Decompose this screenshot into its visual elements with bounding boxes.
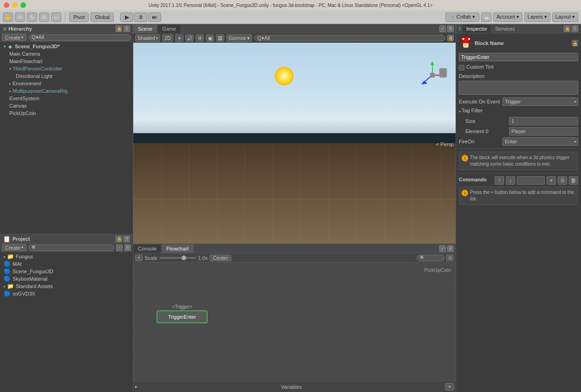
hierarchy-item-directional[interactable]: Directional Light [0, 72, 133, 80]
commands-down-button[interactable]: ↓ [506, 176, 515, 185]
inspector-tab[interactable]: Inspector [463, 25, 491, 33]
project-item-skybox[interactable]: 🔵 SkyboxMaterial [0, 275, 133, 283]
global-button[interactable]: Global [91, 13, 114, 22]
project-filter-button[interactable]: ☰ [124, 244, 131, 251]
layers-dropdown[interactable]: Layers ▾ [524, 13, 550, 22]
hierarchy-item-scene[interactable]: ▾ ◈ Scene_Fungus3D* [0, 43, 133, 50]
scene-lock-btn[interactable]: 🔒 [447, 35, 454, 41]
gizmos-dropdown[interactable]: Gizmos ▾ [226, 34, 252, 42]
commands-copy-button[interactable]: ⎘ [558, 176, 567, 185]
commands-add-button[interactable]: + [547, 176, 556, 185]
scale-tool-button[interactable]: ⊕ [39, 13, 49, 22]
project-view-button[interactable]: ↑ [116, 244, 123, 251]
hierarchy-item-eventsystem[interactable]: EventSystem [0, 95, 133, 102]
flowchart-search[interactable]: 🔍 [417, 255, 444, 261]
flowchart-options-button[interactable]: ⊙ [446, 255, 454, 261]
close-button[interactable] [4, 2, 9, 8]
image-icon-btn[interactable]: 🖼 [216, 34, 224, 42]
block-name-input[interactable] [459, 53, 578, 61]
fire-on-dropdown[interactable]: Enter ▾ [503, 137, 578, 146]
project-menu-button[interactable]: ☰ [124, 236, 130, 242]
commands-up-button[interactable]: ↑ [495, 176, 504, 185]
hand-tool-button[interactable]: ✋ [3, 13, 13, 22]
tab-flowchart[interactable]: Flowchart [162, 244, 194, 253]
overlay-icon-btn[interactable]: ▣ [206, 34, 214, 42]
project-create-button[interactable]: Create ▾ [2, 244, 26, 251]
project-search[interactable]: 🔍 [28, 244, 114, 251]
flowchart-add-button[interactable]: + [135, 255, 143, 261]
hierarchy-lock-button[interactable]: 🔒 [116, 26, 122, 32]
hierarchy-item-multipurpose[interactable]: ▸ MultipurposeCameraRig [0, 87, 133, 95]
tab-game[interactable]: Game [157, 25, 181, 33]
scene-maximize-button[interactable]: ⤢ [439, 26, 446, 32]
hierarchy-item-mainflowchart[interactable]: MainFlowchart [0, 58, 133, 65]
execute-on-event-dropdown[interactable]: Trigger ▾ [503, 97, 578, 106]
hierarchy-item-environment[interactable]: ▸ Environment [0, 80, 133, 87]
vfx-icon-btn[interactable]: ⚙ [196, 34, 204, 42]
flowchart-maximize-btn[interactable]: ⤢ [439, 245, 446, 252]
hierarchy-item-maincamera[interactable]: Main Camera [0, 50, 133, 58]
maximize-button[interactable] [20, 2, 26, 8]
project-item-fungus[interactable]: ▸ 📁 Fungus [0, 253, 133, 260]
project-item-xo[interactable]: 🔵 xoGVD3X [0, 290, 133, 297]
tab-scene[interactable]: Scene [133, 25, 157, 33]
collab-button[interactable]: 🔗 Collab ▾ [445, 13, 479, 22]
step-button[interactable]: ⏭ [148, 13, 161, 22]
rotate-tool-button[interactable]: ↻ [27, 13, 37, 22]
description-input[interactable] [459, 81, 578, 95]
sun-icon-btn[interactable]: ☀ [175, 34, 183, 42]
layout-label: Layout ▾ [555, 14, 575, 20]
trigger-block[interactable]: <Trigger> TriggerEnter [157, 304, 208, 323]
pivot-button[interactable]: Pivot [69, 13, 89, 22]
flowchart-center-button[interactable]: Center [209, 255, 231, 261]
trigger-enter-box[interactable]: TriggerEnter [157, 310, 208, 323]
element-0-value[interactable]: Player [509, 127, 578, 135]
custom-tint-checkbox[interactable] [459, 65, 464, 71]
center-panel: Scene Game ⤢ ☰ Shaded ▾ 2D ☀ [133, 24, 456, 392]
tab-console[interactable]: Console [133, 244, 162, 253]
variables-add-button[interactable]: + [445, 383, 454, 391]
flowchart-menu-btn[interactable]: ☰ [447, 245, 454, 252]
hierarchy-item-thirdperson[interactable]: ▾ ThirdPersonController [0, 65, 133, 72]
search-icon: 🔍 [32, 245, 37, 250]
toolbar-right: 🔗 Collab ▾ ☁ Account ▾ Layers ▾ Layout ▾ [445, 13, 578, 22]
scene-canvas[interactable]: < Persp [133, 43, 456, 244]
pause-button[interactable]: ⏸ [134, 13, 147, 22]
account-dropdown[interactable]: Account ▾ [493, 13, 522, 22]
hierarchy-menu-button[interactable]: ☰ [124, 26, 130, 32]
slider-thumb[interactable] [182, 256, 186, 260]
hierarchy-create-button[interactable]: Create ▾ [2, 34, 26, 41]
services-tab[interactable]: Services [491, 25, 519, 33]
project-lock-button[interactable]: 🔒 [116, 236, 122, 242]
layout-dropdown[interactable]: Layout ▾ [552, 13, 578, 22]
project-item-standard[interactable]: ▸ 📁 Standard Assets [0, 283, 133, 290]
2d-button[interactable]: 2D [162, 34, 173, 42]
project-item-mat[interactable]: 🔵 MAt [0, 260, 133, 268]
minimize-button[interactable] [12, 2, 18, 8]
audio-icon-btn[interactable]: 🔊 [185, 34, 194, 42]
scene-search[interactable]: Q▾All [254, 35, 445, 41]
play-button[interactable]: ▶ [120, 13, 133, 22]
hierarchy-item-canvas[interactable]: Canvas [0, 102, 133, 109]
hierarchy-item-pickupcoin[interactable]: PickUpCoin [0, 109, 133, 117]
scene-menu-button[interactable]: ☰ [447, 26, 454, 32]
commands-search[interactable] [517, 176, 545, 185]
size-value[interactable]: 1 [509, 117, 578, 125]
flowchart-area[interactable]: PickUpCoin <Trigger> TriggerEnter [133, 263, 456, 381]
tag-filter-toggle[interactable]: ▾ [459, 109, 461, 114]
project-item-scene[interactable]: 🔵 Scene_Fungus3D [0, 268, 133, 275]
cloud-button[interactable]: ☁ [481, 13, 491, 22]
shaded-dropdown[interactable]: Shaded ▾ [135, 34, 160, 42]
hierarchy-search[interactable]: Q▾All [28, 34, 131, 41]
variables-toggle[interactable]: ▸ [135, 384, 137, 389]
inspector-menu-button[interactable]: ☰ [572, 26, 578, 32]
inspector-lock-button[interactable]: 🔒 [564, 26, 570, 32]
rect-tool-button[interactable]: ▭ [51, 13, 61, 22]
hierarchy-controls: 🔒 ☰ [116, 26, 130, 32]
commands-delete-button[interactable]: 🗑 [569, 176, 578, 185]
project-item-label: Standard Assets [16, 283, 53, 289]
inspector-item-lock[interactable]: 🔒 [572, 40, 578, 46]
slider-track[interactable] [159, 257, 196, 259]
scale-slider[interactable]: Scale 1.0x [144, 255, 208, 261]
move-tool-button[interactable]: ✛ [15, 13, 25, 22]
